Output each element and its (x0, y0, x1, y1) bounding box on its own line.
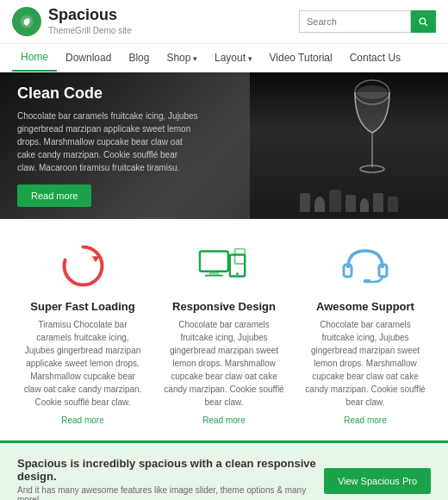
svg-rect-16 (364, 279, 370, 283)
svg-point-12 (236, 272, 239, 275)
responsive-icon (198, 244, 250, 287)
feature-support: Awesome Support Chocolate bar caramels f… (295, 240, 436, 426)
site-header: Spacious ThemeGrill Demo site (0, 0, 448, 44)
nav-item-shop[interactable]: Shop (158, 45, 206, 71)
search-button[interactable] (411, 10, 436, 33)
feature-support-link[interactable]: Read more (344, 416, 386, 425)
svg-point-6 (64, 247, 102, 284)
feature-responsive: Responsive Design Chocolate bar caramels… (153, 240, 295, 426)
hero-image (250, 72, 448, 219)
promo-text: Spacious is incredibly spacious with a c… (17, 457, 324, 500)
logo-icon (12, 7, 41, 36)
nav-item-download[interactable]: Download (57, 45, 120, 71)
svg-point-5 (357, 85, 388, 99)
speed-icon (59, 242, 107, 290)
feature-speed-icon-container (57, 240, 109, 291)
promo-subtitle: And it has many awesome features like im… (17, 485, 324, 500)
svg-rect-10 (205, 275, 223, 277)
logo-text: Spacious ThemeGrill Demo site (48, 7, 132, 36)
feature-speed-link[interactable]: Read more (61, 416, 103, 425)
feature-responsive-title: Responsive Design (162, 300, 286, 313)
search-area (299, 10, 436, 33)
svg-rect-8 (200, 252, 228, 272)
site-subtitle: ThemeGrill Demo site (48, 26, 132, 35)
promo-cta-button[interactable]: View Spacious Pro (324, 468, 431, 494)
svg-rect-13 (235, 249, 246, 264)
feature-responsive-icon-container (198, 240, 250, 291)
feature-support-title: Awesome Support (303, 300, 427, 313)
support-icon (339, 242, 391, 290)
nav-item-blog[interactable]: Blog (120, 45, 158, 71)
nav-item-home[interactable]: Home (12, 44, 57, 72)
svg-point-0 (420, 18, 426, 24)
nav-item-video-tutorial[interactable]: Video Tutorial (261, 45, 341, 71)
svg-line-1 (425, 22, 427, 25)
promo-banner: Spacious is incredibly spacious with a c… (0, 441, 448, 500)
feature-speed-body: Tiramisu Chocolate bar caramels fruitcak… (21, 318, 145, 409)
logo-area: Spacious ThemeGrill Demo site (12, 7, 132, 36)
hero-body: Chocolate bar caramels fruitcake icing, … (17, 109, 198, 174)
search-input[interactable] (299, 10, 411, 33)
feature-responsive-link[interactable]: Read more (202, 416, 245, 425)
main-nav: Home Download Blog Shop Layout Video Tut… (0, 44, 448, 72)
hero-cta-button[interactable]: Read more (17, 184, 91, 207)
site-title: Spacious (48, 7, 132, 24)
hero-title: Clean Code (17, 84, 198, 103)
hero-content: Clean Code Chocolate bar caramels fruitc… (0, 72, 215, 219)
svg-rect-9 (209, 272, 220, 275)
feature-speed: Super Fast Loading Tiramisu Chocolate ba… (12, 240, 153, 426)
features-section: Super Fast Loading Tiramisu Chocolate ba… (0, 219, 448, 441)
feature-speed-title: Super Fast Loading (21, 300, 145, 313)
feature-support-body: Chocolate bar caramels fruitcake icing, … (303, 318, 427, 409)
nav-item-layout[interactable]: Layout (206, 45, 261, 71)
feature-support-icon-container (339, 240, 391, 291)
promo-title: Spacious is incredibly spacious with a c… (17, 457, 324, 483)
hero-section: Clean Code Chocolate bar caramels fruitc… (0, 72, 448, 219)
feature-responsive-body: Chocolate bar caramels fruitcake icing, … (162, 318, 286, 409)
nav-item-contact[interactable]: Contact Us (341, 45, 409, 71)
